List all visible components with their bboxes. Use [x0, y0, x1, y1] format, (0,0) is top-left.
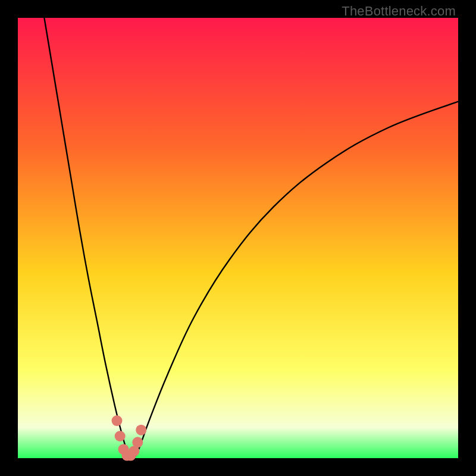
optimal-marker	[136, 425, 146, 436]
optimal-marker	[115, 431, 126, 441]
optimal-markers	[112, 415, 147, 461]
bottleneck-chart	[18, 18, 458, 458]
optimal-marker	[132, 437, 143, 447]
plot-frame	[18, 18, 458, 458]
watermark-text: TheBottleneck.com	[342, 4, 456, 19]
optimal-marker	[112, 415, 123, 426]
bottleneck-curve	[44, 18, 458, 458]
